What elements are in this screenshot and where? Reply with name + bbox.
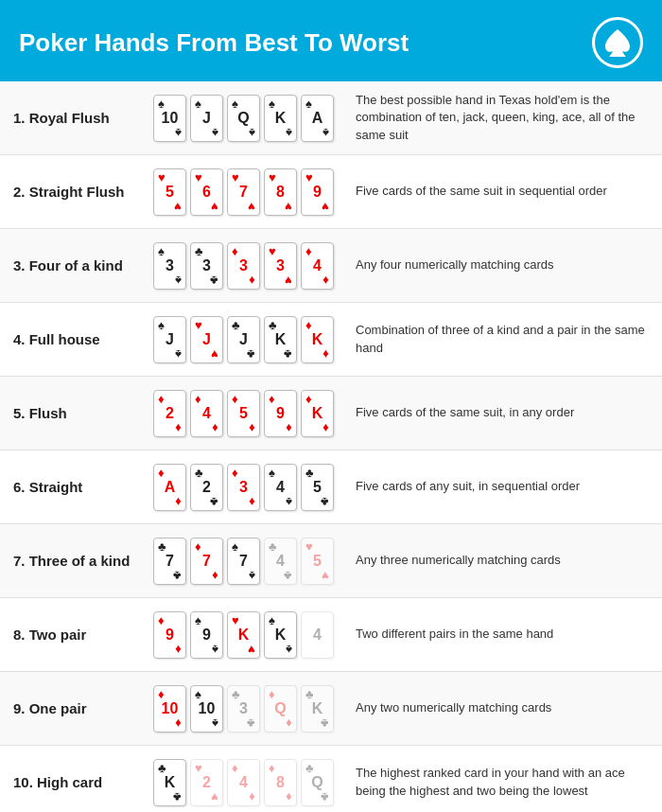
playing-card: ♣K♣ <box>153 759 186 806</box>
playing-card: ♦9♦ <box>264 390 297 437</box>
card-suit-top: ♥ <box>305 540 313 553</box>
card-value: J <box>239 332 248 347</box>
hand-description: Five cards of the same suit in sequentia… <box>356 183 649 200</box>
hand-description: Any three numerically matching cards <box>356 552 649 569</box>
card-suit-bottom: ♦ <box>249 422 255 434</box>
playing-card: ♠3♠ <box>153 242 186 290</box>
card-suit-top: ♦ <box>158 688 165 700</box>
card-suit-bottom: ♣ <box>284 348 292 361</box>
card-suit-bottom: ♣ <box>321 496 329 508</box>
card-value: 9 <box>202 627 211 643</box>
playing-card: ♦10♦ <box>153 685 186 733</box>
card-suit-bottom: ♦ <box>249 274 255 287</box>
card-suit-top: ♠ <box>269 467 275 479</box>
card-suit-bottom: ♥ <box>248 644 255 656</box>
card-suit-top: ♦ <box>305 393 312 405</box>
card-value: 3 <box>239 701 248 716</box>
hand-description: Five cards of any suit, in sequential or… <box>356 478 649 495</box>
card-suit-bottom: ♣ <box>210 274 218 287</box>
hand-description: The highest ranked card in your hand wit… <box>356 765 649 799</box>
playing-card: ♦5♦ <box>227 390 260 437</box>
card-suit-top: ♣ <box>195 245 203 257</box>
playing-card: ♠4♠ <box>264 464 297 511</box>
playing-card: ♥7♥ <box>227 168 260 216</box>
playing-card: ♠K♠ <box>264 611 297 659</box>
cards-group: ♠3♠♣3♣♦3♦♥3♥♦4♦ <box>153 242 342 290</box>
card-value: 5 <box>313 554 322 569</box>
hand-row: 7. Three of a kind♣7♣♦7♦♠7♠♣4♣♥5♥Any thr… <box>0 524 662 598</box>
playing-card: ♥8♥ <box>264 168 297 216</box>
hand-description: Combination of three of a kind and a pai… <box>356 322 649 356</box>
card-suit-bottom: ♣ <box>321 717 329 730</box>
card-value: K <box>275 332 287 347</box>
playing-card: ♦7♦ <box>190 538 223 585</box>
card-suit-bottom: ♦ <box>322 348 329 361</box>
card-suit-bottom: ♦ <box>175 422 182 434</box>
playing-card: ♦4♦ <box>190 390 223 437</box>
playing-card: ♥2♥ <box>190 759 223 806</box>
card-value: 4 <box>276 554 285 569</box>
card-value: Q <box>237 111 249 126</box>
cards-group: ♦10♦♠10♠♣3♣♦Q♦♣K♣ <box>153 685 342 733</box>
card-value: 3 <box>166 258 174 274</box>
playing-card: ♣7♣ <box>153 538 186 585</box>
card-suit-top: ♣ <box>305 688 314 700</box>
cards-group: ♦A♦♣2♣♦3♦♠4♠♣5♣ <box>153 464 342 511</box>
card-suit-bottom: ♣ <box>284 570 292 582</box>
hand-name: 8. Two pair <box>13 627 153 643</box>
card-suit-bottom: ♦ <box>212 570 218 582</box>
card-value: K <box>275 627 287 643</box>
card-value: 7 <box>166 554 174 569</box>
card-suit-top: ♣ <box>232 688 240 700</box>
hand-row: 5. Flush♦2♦♦4♦♦5♦♦9♦♦K♦Five cards of the… <box>0 377 662 450</box>
card-value: 5 <box>313 480 322 495</box>
playing-card: ♦Q♦ <box>264 685 297 733</box>
cards-group: ♣7♣♦7♦♠7♠♣4♣♥5♥ <box>153 538 342 585</box>
card-value: 2 <box>202 775 211 790</box>
card-suit-bottom: ♥ <box>285 274 292 287</box>
card-suit-bottom: ♥ <box>211 791 218 803</box>
card-value: A <box>312 111 323 126</box>
playing-card: ♥6♥ <box>190 168 223 216</box>
playing-card: ♠10♠ <box>153 95 186 142</box>
card-suit-top: ♦ <box>232 245 238 257</box>
card-suit-top: ♥ <box>195 762 202 774</box>
card-suit-top: ♦ <box>305 245 312 257</box>
card-suit-bottom: ♣ <box>321 791 329 803</box>
card-suit-top: ♥ <box>195 319 202 331</box>
cards-group: ♠10♠♠J♠♠Q♠♠K♠♠A♠ <box>153 95 342 142</box>
card-value: 4 <box>313 258 322 274</box>
card-suit-top: ♦ <box>269 688 275 700</box>
hand-name: 4. Full house <box>13 331 153 347</box>
card-suit-top: ♣ <box>158 762 166 774</box>
card-suit-top: ♦ <box>269 762 275 774</box>
hand-name: 2. Straight Flush <box>13 184 153 200</box>
card-suit-bottom: ♦ <box>286 717 292 730</box>
playing-card: ♠10♠ <box>190 685 223 733</box>
hand-row: 8. Two pair♦9♦♠9♠♥K♥♠K♠4Two different pa… <box>0 598 662 672</box>
playing-card: ♣K♣ <box>264 316 297 363</box>
cards-group: ♥5♥♥6♥♥7♥♥8♥♥9♥ <box>153 168 342 216</box>
playing-card: ♦9♦ <box>153 611 186 659</box>
playing-card: ♦4♦ <box>301 242 334 290</box>
card-suit-bottom: ♥ <box>211 201 218 213</box>
card-suit-bottom: ♠ <box>212 644 218 656</box>
card-value: 3 <box>276 258 285 274</box>
playing-card: ♥5♥ <box>301 538 334 585</box>
card-suit-bottom: ♦ <box>322 422 329 434</box>
playing-card: ♥9♥ <box>301 168 334 216</box>
card-value: K <box>312 406 323 421</box>
card-suit-top: ♦ <box>195 540 201 553</box>
card-suit-bottom: ♠ <box>286 127 292 139</box>
card-value: 9 <box>166 627 174 643</box>
card-suit-top: ♠ <box>269 97 275 110</box>
playing-card: ♦8♦ <box>264 759 297 806</box>
hand-row: 2. Straight Flush♥5♥♥6♥♥7♥♥8♥♥9♥Five car… <box>0 155 662 229</box>
playing-card: ♣Q♣ <box>301 759 334 806</box>
card-value: 4 <box>239 775 248 790</box>
hand-description: Any four numerically matching cards <box>356 256 649 274</box>
hand-name: 5. Flush <box>13 405 153 421</box>
hand-description: Any two numerically matching cards <box>356 699 649 716</box>
cards-group: ♦9♦♠9♠♥K♥♠K♠4 <box>153 611 342 659</box>
playing-card: ♣4♣ <box>264 538 297 585</box>
